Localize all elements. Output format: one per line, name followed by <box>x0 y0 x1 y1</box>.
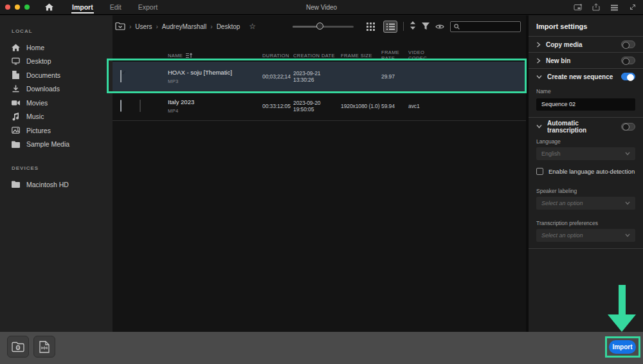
sidebar-item-movies[interactable]: Movies <box>12 96 113 110</box>
chevron-down-icon[interactable] <box>536 124 542 129</box>
footer-bar <box>0 332 643 364</box>
sidebar-item-label: Home <box>26 44 44 51</box>
sidebar-item-downloads[interactable]: Downloads <box>12 82 113 96</box>
column-name[interactable]: NAME <box>168 53 262 59</box>
tab-edit[interactable]: Edit <box>103 0 129 15</box>
setting-create-new-sequence[interactable]: Create new sequence <box>529 69 643 84</box>
close-window-icon[interactable] <box>5 5 10 10</box>
file-duration: 00;03;22;14 <box>262 73 293 80</box>
file-browser: › Users › AudreyMarshall › Desktop ☆ <box>113 15 526 332</box>
file-format: MP4 <box>168 108 262 114</box>
auto-detect-checkbox[interactable] <box>536 168 543 175</box>
sidebar-section-local: LOCAL <box>12 28 113 34</box>
setting-automatic-transcription[interactable]: Automatic transcription <box>529 119 643 134</box>
table-row-hoax-soju[interactable]: HOAX - soju [Thematic] MP3 00;03;22;14 2… <box>113 62 526 91</box>
transcription-preferences-dropdown[interactable]: Select an option <box>536 229 635 242</box>
filter-icon[interactable] <box>422 21 430 32</box>
window-controls[interactable] <box>5 5 30 10</box>
audio-file-icon[interactable] <box>33 336 55 358</box>
file-creation-date: 2023-09-20 19:50:05 <box>293 100 341 113</box>
home-icon[interactable] <box>45 3 53 11</box>
language-label: Language <box>529 134 643 147</box>
favorite-star-icon[interactable]: ☆ <box>249 22 256 31</box>
grid-view-icon[interactable] <box>363 21 377 33</box>
sidebar: LOCAL Home Desktop Documents Downloads M… <box>0 15 113 332</box>
column-duration[interactable]: DURATION <box>262 53 293 59</box>
thumbnail-zoom-slider[interactable] <box>293 23 354 30</box>
import-queue-folder-icon[interactable]: 0 <box>7 336 29 358</box>
table-row-italy-2023[interactable]: Italy 2023 MP4 00:33:12:05 2023-09-20 19… <box>113 91 526 121</box>
sort-icon[interactable] <box>410 21 416 32</box>
sidebar-item-label: Music <box>26 113 44 120</box>
search-icon <box>454 21 460 32</box>
sequence-name-input[interactable] <box>536 98 635 111</box>
list-view-icon[interactable] <box>383 21 397 33</box>
sort-ascending-icon[interactable] <box>186 53 192 59</box>
sidebar-item-music[interactable]: Music <box>12 110 113 124</box>
file-format: MP3 <box>168 78 262 84</box>
language-auto-detect[interactable]: Enable language auto-detection <box>529 161 643 179</box>
chevron-right-icon: › <box>210 23 212 30</box>
media-folder-icon[interactable] <box>115 22 125 32</box>
tab-export[interactable]: Export <box>131 0 165 15</box>
column-frame-size[interactable]: FRAME SIZE <box>341 53 381 59</box>
sidebar-item-label: Desktop <box>26 57 51 65</box>
breadcrumb-user[interactable]: AudreyMarshall <box>162 23 206 30</box>
file-video-codec: avc1 <box>408 103 440 109</box>
sequence-name-label: Name <box>529 84 643 97</box>
column-video-codec[interactable]: VIDEO CODEC <box>408 50 440 61</box>
sidebar-item-documents[interactable]: Documents <box>12 68 113 82</box>
sidebar-item-home[interactable]: Home <box>12 41 113 55</box>
sidebar-item-label: Sample Media <box>26 140 69 148</box>
workspace-icon[interactable] <box>610 2 619 14</box>
breadcrumb-desktop[interactable]: Desktop <box>217 23 240 30</box>
setting-new-bin[interactable]: New bin <box>529 53 643 68</box>
breadcrumb-users[interactable]: Users <box>135 23 152 30</box>
title-bar: Import Edit Export New Video <box>0 0 643 15</box>
file-duration: 00:33:12:05 <box>262 103 293 109</box>
sidebar-item-pictures[interactable]: Pictures <box>12 123 113 138</box>
import-settings-panel: Import settings Copy media New bin Creat… <box>529 15 643 332</box>
sidebar-item-sample-media[interactable]: Sample Media <box>12 138 113 152</box>
eye-icon[interactable] <box>435 21 444 32</box>
chevron-right-icon: › <box>129 23 131 30</box>
slider-knob[interactable] <box>316 23 323 30</box>
chevron-down-icon[interactable] <box>536 75 542 79</box>
minimize-window-icon[interactable] <box>15 5 20 10</box>
tab-import[interactable]: Import <box>65 0 100 15</box>
file-name: HOAX - soju [Thematic] <box>168 69 262 76</box>
fullscreen-icon[interactable] <box>629 2 637 14</box>
file-name: Italy 2023 <box>168 98 262 105</box>
toolbar-divider <box>403 22 404 31</box>
setting-copy-media[interactable]: Copy media <box>529 37 643 52</box>
view-toolbar <box>293 21 521 33</box>
chevron-right-icon[interactable] <box>536 58 541 64</box>
speaker-labeling-dropdown[interactable]: Select an option <box>536 197 635 210</box>
sidebar-item-label: Movies <box>26 99 48 107</box>
share-icon[interactable] <box>592 2 600 14</box>
search-input[interactable] <box>462 23 517 30</box>
column-frame-rate[interactable]: FRAME RATE <box>381 50 408 61</box>
row-checkbox[interactable] <box>120 70 122 82</box>
breadcrumb-toolbar: › Users › AudreyMarshall › Desktop ☆ <box>113 15 526 37</box>
sidebar-item-macintosh-hd[interactable]: Macintosh HD <box>12 177 113 192</box>
new-bin-toggle[interactable] <box>621 57 635 64</box>
zoom-window-icon[interactable] <box>24 5 30 10</box>
column-creation-date[interactable]: CREATION DATE <box>293 53 341 59</box>
chevron-down-icon <box>625 233 630 237</box>
table-header: NAME DURATION CREATION DATE FRAME SIZE F… <box>113 49 526 62</box>
language-dropdown[interactable]: English <box>536 147 635 160</box>
video-file-thumbnail <box>140 100 141 112</box>
automatic-transcription-toggle[interactable] <box>621 123 635 131</box>
copy-media-toggle[interactable] <box>621 41 635 48</box>
progress-dashboard-icon[interactable] <box>574 2 582 14</box>
create-new-sequence-toggle[interactable] <box>621 73 635 80</box>
panel-title: Import settings <box>529 15 643 36</box>
sidebar-item-desktop[interactable]: Desktop <box>12 55 113 69</box>
chevron-right-icon[interactable] <box>536 42 541 48</box>
row-checkbox[interactable] <box>120 100 122 112</box>
import-button[interactable]: Import <box>609 340 636 354</box>
breadcrumb: › Users › AudreyMarshall › Desktop ☆ <box>115 22 256 32</box>
file-frame-rate: 29.97 <box>381 73 408 80</box>
search-box[interactable] <box>450 21 521 32</box>
